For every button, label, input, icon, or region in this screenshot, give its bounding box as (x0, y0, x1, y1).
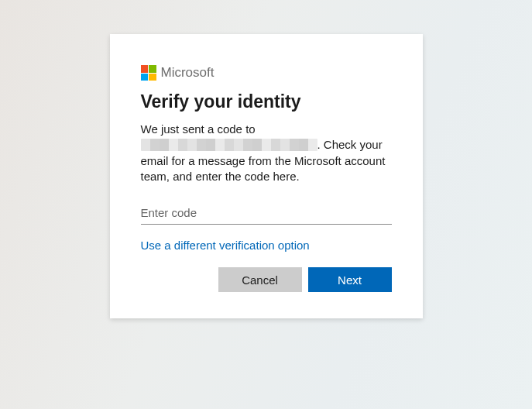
button-row: Cancel Next (141, 267, 392, 292)
instruction-text: We just sent a code to . Check your emai… (141, 122, 392, 184)
page-title: Verify your identity (141, 91, 392, 112)
redacted-email (141, 139, 317, 151)
microsoft-logo-icon (141, 65, 156, 81)
brand-name: Microsoft (161, 65, 215, 81)
brand-row: Microsoft (141, 65, 392, 81)
code-input[interactable] (141, 203, 392, 225)
next-button[interactable]: Next (308, 267, 392, 292)
signin-card: Microsoft Verify your identity We just s… (110, 34, 423, 318)
different-option-link[interactable]: Use a different verification option (141, 239, 310, 252)
cancel-button[interactable]: Cancel (218, 267, 302, 292)
instruction-line1: We just sent a code to (141, 122, 256, 136)
